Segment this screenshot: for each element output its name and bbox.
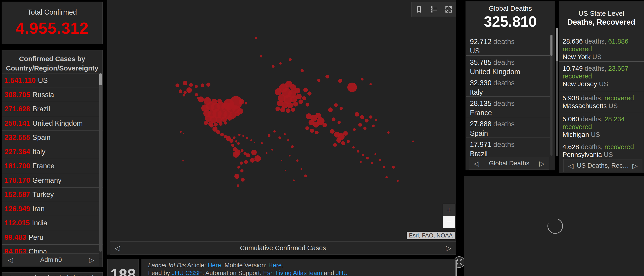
map-bubble[interactable] [300,168,302,170]
country-row[interactable]: 232.555Spain [2,130,102,145]
map-bubble[interactable] [303,88,308,92]
map-bubble[interactable] [334,103,338,107]
map-bubble[interactable] [200,83,204,87]
country-row[interactable]: 227.364Italy [2,145,102,159]
deaths-row[interactable]: 92.712deaths US [466,35,550,55]
country-row[interactable]: 126.949Iran [2,202,102,216]
map-bubble[interactable] [183,133,184,134]
map-bubble[interactable] [357,150,360,153]
map-bubble[interactable] [360,115,364,119]
map-bubble[interactable] [184,91,187,94]
country-row[interactable]: 99.483Peru [2,230,102,245]
deaths-row[interactable]: 32.330deaths Italy [466,76,550,96]
map-bubble[interactable] [293,180,294,181]
pager-next-icon[interactable]: ▷ [632,162,638,170]
map-bubble[interactable] [241,178,245,182]
map-bubble[interactable] [229,139,234,143]
map-bubble[interactable] [372,125,375,127]
map-bubble[interactable] [224,121,227,125]
map-bubble[interactable] [333,143,337,147]
map-bubble[interactable] [340,107,343,110]
zoom-out-button[interactable]: − [443,216,455,228]
esri-living-atlas-link[interactable]: Esri Living Atlas team [263,270,322,276]
jhu-link[interactable]: JHU [336,270,348,276]
state-row[interactable]: 28.636 deaths, 61.886 recovered New York… [559,34,644,61]
map-bubble[interactable] [280,107,285,112]
map-bubble[interactable] [392,166,395,169]
map-bubble[interactable] [237,184,240,187]
map-bubble[interactable] [242,135,244,137]
map-bubble[interactable] [279,62,282,64]
state-row[interactable]: 5.060 deaths, 28.234 recovered Michigan … [559,112,644,140]
state-row[interactable]: 10.749 deaths, 23.657 recovered New Jers… [559,61,644,91]
map-bubble[interactable] [235,140,237,143]
deaths-row[interactable]: 28.135deaths France [466,96,550,117]
map-bubble[interactable] [289,58,292,61]
map-bubble[interactable] [189,83,193,87]
pager-prev-icon[interactable]: ◁ [568,162,574,170]
basemap-gallery-icon[interactable] [442,2,455,16]
map-bubble[interactable] [370,83,372,85]
map-bubble[interactable] [268,134,270,137]
map-bubble[interactable] [330,129,334,134]
map-bubble[interactable] [304,175,307,177]
pager-next-icon[interactable]: ▷ [446,244,451,252]
map-bubble[interactable] [216,130,220,134]
map-bubble[interactable] [326,75,329,78]
map-bubble[interactable] [182,94,185,96]
map-bubble[interactable] [366,157,369,159]
map-bubble[interactable] [379,159,381,161]
map-bubble[interactable] [355,112,359,117]
country-row[interactable]: 271.628Brazil [2,102,102,116]
map-bubble[interactable] [176,83,179,87]
map-bubble[interactable] [206,83,210,87]
map-bubble[interactable] [241,149,244,152]
map-bubble[interactable] [383,166,385,168]
map-bubble[interactable] [260,142,263,144]
pager-prev-icon[interactable]: ◁ [115,244,120,252]
map-bubble[interactable] [362,154,364,156]
map-bubble[interactable] [251,150,257,155]
map-bubble[interactable] [254,142,255,143]
map-bubble[interactable] [308,91,312,96]
map-bubble[interactable] [255,37,257,39]
map-bubble[interactable] [271,149,273,151]
country-row[interactable]: 112.015India [2,216,102,230]
map-bubble[interactable] [338,121,341,124]
map-bubble[interactable] [183,81,187,85]
map-bubble[interactable] [245,102,248,104]
us-state-scrollbar-thumb[interactable] [556,28,558,61]
map-bubble[interactable] [214,122,218,127]
map-bubble[interactable] [237,166,240,169]
world-map[interactable]: + − Esri, FAO, NOAA ◁ Cumulative Confirm… [107,0,456,255]
map-bubble[interactable] [240,162,243,165]
map-bubble[interactable] [276,106,280,111]
map-bubble[interactable] [412,141,414,142]
map-bubble[interactable] [341,141,345,145]
map-bubble[interactable] [260,55,262,57]
map-bubble[interactable] [281,160,282,161]
map-bubble[interactable] [237,142,240,145]
map-bubble[interactable] [234,174,240,179]
article-link[interactable]: Here [208,262,221,269]
map-bubble[interactable] [231,144,234,147]
global-deaths-scrollbar-thumb[interactable] [550,35,552,56]
map-bubble[interactable] [347,140,350,143]
map-bubble[interactable] [352,146,355,149]
map-bubble[interactable] [296,94,302,99]
map-bubble[interactable] [338,79,342,83]
map-bubble[interactable] [195,93,198,96]
map-bubble[interactable] [250,158,255,163]
country-list-scrollbar-track[interactable] [99,73,102,252]
map-bubble[interactable] [310,129,314,133]
pager-prev-icon[interactable]: ◁ [474,159,479,167]
bookmark-icon[interactable] [412,2,426,16]
country-row[interactable]: 181.700France [2,159,102,173]
map-bubble[interactable] [291,108,295,112]
map-bubble[interactable] [246,137,248,139]
map-bubble[interactable] [336,138,342,143]
map-bubble[interactable] [182,160,184,162]
info-panel-scrollbar[interactable] [456,260,457,276]
jhu-csse-link[interactable]: JHU CSSE [172,270,202,276]
map-bubble[interactable] [220,133,224,136]
